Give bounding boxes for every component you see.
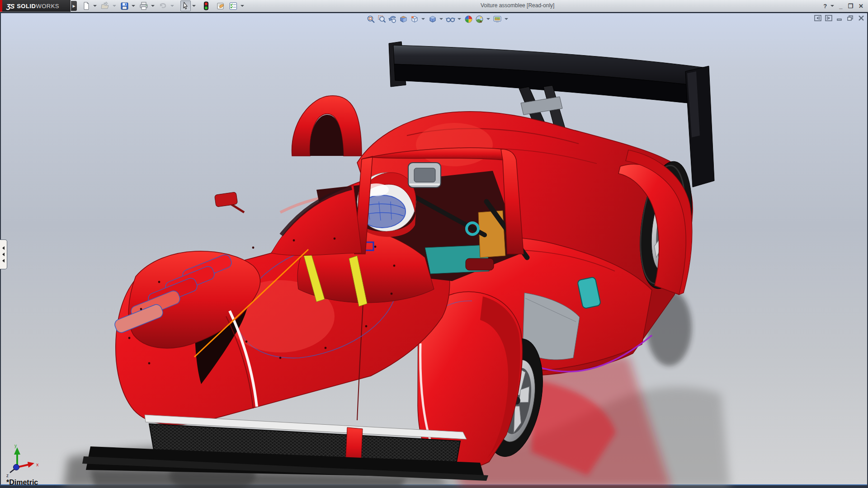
help-button[interactable]: ? bbox=[821, 3, 830, 9]
doc-minimize-icon bbox=[836, 15, 843, 21]
apply-scene-caret[interactable] bbox=[486, 18, 490, 20]
y-axis-label: y bbox=[14, 444, 17, 448]
doc-restore-icon bbox=[847, 15, 854, 21]
doc-close-icon bbox=[858, 15, 864, 21]
zoom-to-area-button[interactable] bbox=[376, 14, 387, 24]
view-orientation-button[interactable] bbox=[409, 14, 420, 24]
options-checklist-icon bbox=[229, 2, 238, 10]
logo-red-strip bbox=[0, 0, 2, 12]
select-dropdown-caret[interactable] bbox=[192, 5, 196, 7]
document-window-controls bbox=[814, 14, 865, 21]
help-dropdown-caret[interactable] bbox=[830, 5, 834, 7]
open-icon bbox=[101, 2, 110, 10]
graphics-viewport[interactable] bbox=[0, 12, 867, 485]
new-dropdown-caret[interactable] bbox=[93, 5, 97, 7]
undo-button[interactable] bbox=[157, 0, 169, 11]
previous-view-icon bbox=[388, 15, 397, 23]
pane-collapse-left-button[interactable] bbox=[814, 14, 822, 21]
edit-appearance-icon bbox=[464, 15, 473, 23]
pane-expand-right-icon bbox=[825, 15, 832, 21]
section-view-icon bbox=[399, 15, 408, 23]
hide-show-items-icon bbox=[446, 15, 455, 23]
brand-name-works: WORKS bbox=[36, 3, 59, 9]
previous-view-button[interactable] bbox=[387, 14, 398, 24]
pane-collapse-left-icon bbox=[814, 15, 821, 21]
standard-toolbar bbox=[80, 0, 246, 12]
apply-scene-icon bbox=[475, 15, 484, 23]
section-view-button[interactable] bbox=[398, 14, 409, 24]
print-button[interactable] bbox=[138, 0, 150, 11]
window-title: Voiture assomblee [Read-only] bbox=[481, 2, 554, 9]
ds-logo-mark: ƷS bbox=[6, 2, 14, 10]
orientation-triad: y x z bbox=[2, 444, 42, 480]
select-cursor-icon bbox=[182, 2, 189, 10]
apply-scene-button[interactable] bbox=[474, 14, 485, 24]
new-document-button[interactable] bbox=[81, 0, 92, 11]
doc-restore-button[interactable] bbox=[846, 14, 854, 21]
y-axis-arrow bbox=[14, 447, 20, 455]
collapse-arrow-icon bbox=[2, 246, 5, 250]
hide-show-items-caret[interactable] bbox=[458, 18, 461, 20]
doc-minimize-button[interactable] bbox=[835, 14, 844, 21]
view-settings-button[interactable] bbox=[492, 14, 503, 24]
view-settings-caret[interactable] bbox=[505, 18, 508, 20]
options-dropdown-caret[interactable] bbox=[241, 5, 244, 7]
title-bar: ƷS SOLIDWORKS ▶ bbox=[0, 0, 868, 12]
display-style-button[interactable] bbox=[427, 14, 438, 24]
display-style-icon bbox=[428, 15, 437, 23]
view-orientation-caret[interactable] bbox=[421, 18, 425, 20]
file-properties-icon bbox=[216, 2, 225, 10]
zoom-to-area-icon bbox=[377, 15, 386, 23]
open-dropdown-caret[interactable] bbox=[113, 5, 116, 7]
undo-dropdown-caret[interactable] bbox=[170, 5, 174, 7]
zoom-to-fit-icon bbox=[367, 15, 375, 23]
view-orientation-icon bbox=[410, 15, 419, 23]
select-button[interactable] bbox=[180, 0, 191, 11]
window-controls: ? _ ❐ ✕ bbox=[821, 0, 866, 12]
collapse-arrow-icon bbox=[2, 253, 5, 256]
zoom-to-fit-button[interactable] bbox=[365, 14, 376, 24]
view-settings-icon bbox=[493, 15, 502, 23]
print-dropdown-caret[interactable] bbox=[151, 5, 155, 7]
collapse-arrow-icon bbox=[2, 259, 5, 263]
save-dropdown-caret[interactable] bbox=[132, 5, 135, 7]
close-button[interactable]: ✕ bbox=[856, 3, 866, 9]
pane-expand-right-button[interactable] bbox=[825, 14, 833, 21]
file-properties-button[interactable] bbox=[215, 0, 226, 11]
view-orientation-label: *Dimetric bbox=[6, 479, 38, 487]
x-axis-arrow bbox=[28, 462, 34, 468]
edit-appearance-button[interactable] bbox=[463, 14, 474, 24]
hide-show-items-button[interactable] bbox=[445, 14, 456, 24]
options-button[interactable] bbox=[227, 0, 239, 11]
restore-button[interactable]: ❐ bbox=[845, 3, 856, 9]
doc-close-button[interactable] bbox=[857, 14, 865, 21]
save-button[interactable] bbox=[119, 0, 130, 11]
save-icon bbox=[120, 2, 129, 10]
rebuild-traffic-light-icon bbox=[203, 1, 209, 10]
display-style-caret[interactable] bbox=[439, 18, 443, 20]
print-icon bbox=[139, 2, 148, 10]
z-axis-label: z bbox=[6, 473, 9, 478]
rebuild-button[interactable] bbox=[202, 0, 210, 11]
x-axis-label: x bbox=[36, 462, 39, 467]
z-axis-origin bbox=[14, 465, 19, 470]
brand-name-solid: SOLID bbox=[17, 3, 36, 9]
solidworks-logo: ƷS SOLIDWORKS bbox=[0, 0, 71, 12]
minimize-button[interactable]: _ bbox=[836, 3, 845, 9]
new-document-icon bbox=[82, 2, 90, 10]
feature-manager-collapse-tab[interactable] bbox=[0, 239, 7, 269]
undo-icon bbox=[159, 2, 168, 10]
menu-expand-tab[interactable]: ▶ bbox=[71, 1, 77, 11]
open-button[interactable] bbox=[99, 0, 111, 11]
headsup-view-toolbar bbox=[365, 14, 510, 24]
